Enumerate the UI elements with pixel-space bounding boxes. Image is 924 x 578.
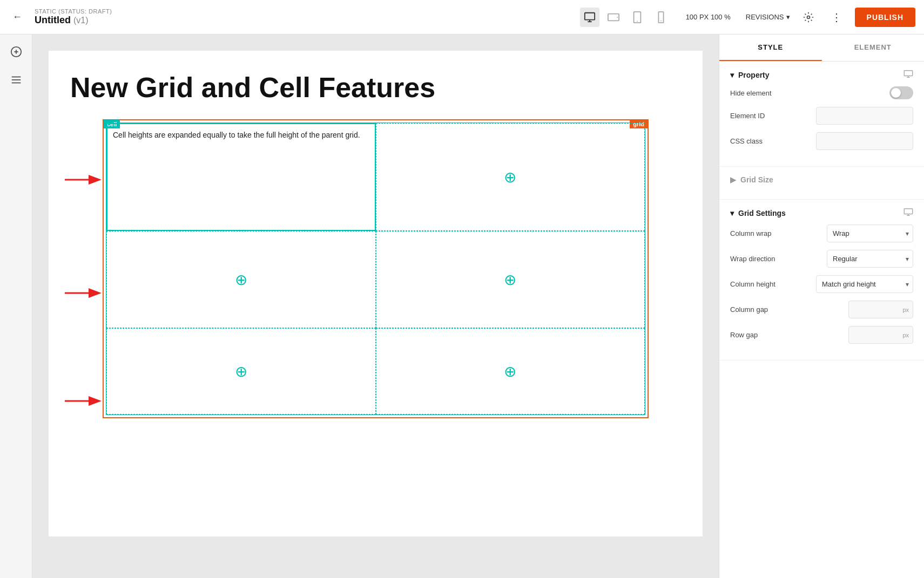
- revisions-button[interactable]: REVISIONS ▾: [746, 13, 790, 21]
- add-cell-icon-1-2[interactable]: ⊕: [504, 168, 516, 186]
- row-gap-input[interactable]: [848, 326, 913, 344]
- tablet-landscape-device-button[interactable]: [604, 8, 623, 27]
- canvas-content: New Grid and Cell Features: [49, 51, 703, 536]
- wrap-direction-label: Wrap direction: [730, 255, 822, 263]
- column-wrap-label: Column wrap: [730, 229, 822, 237]
- row-gap-row: Row gap px: [730, 326, 913, 344]
- tab-style[interactable]: STYLE: [719, 35, 822, 61]
- grid-cell-1-1: Cell heights are expanded equally to tak…: [106, 123, 376, 231]
- column-gap-input[interactable]: [848, 301, 913, 318]
- hide-element-label: Hide element: [730, 89, 885, 97]
- arrow-left-1: [65, 173, 103, 186]
- grid-size-header[interactable]: ▶ Grid Size: [730, 175, 913, 184]
- grid-size-section: ▶ Grid Size: [719, 167, 924, 200]
- hide-element-row: Hide element: [730, 86, 913, 99]
- tab-element[interactable]: ELEMENT: [822, 35, 925, 61]
- column-height-row: Column height Match grid height Auto Fix…: [730, 275, 913, 293]
- hamburger-icon[interactable]: [8, 71, 25, 89]
- grid-settings-title: ▾ Grid Settings: [730, 209, 786, 217]
- desktop-device-button[interactable]: [580, 8, 599, 27]
- column-height-select[interactable]: Match grid height Auto Fixed: [816, 275, 913, 293]
- add-element-icon[interactable]: [8, 43, 25, 60]
- main-layout: New Grid and Cell Features: [0, 35, 924, 578]
- row-gap-input-wrapper: px: [848, 326, 913, 344]
- settings-button[interactable]: [799, 8, 818, 27]
- header: ← STATIC (STATUS: DRAFT) Untitled (v1) 1…: [0, 0, 924, 35]
- grid-outer-container: grid cell Cell heights are expanded equa…: [103, 119, 649, 418]
- row-gap-label: Row gap: [730, 331, 844, 339]
- svg-point-8: [660, 20, 662, 21]
- wrap-direction-select-wrapper: Regular Reverse ▾: [827, 250, 913, 268]
- tablet-portrait-device-button[interactable]: [628, 8, 647, 27]
- css-class-input[interactable]: [816, 132, 913, 150]
- more-options-button[interactable]: ⋮: [827, 8, 846, 27]
- svg-rect-23: [904, 209, 912, 214]
- grid-cell-2-1: ⊕: [106, 231, 376, 328]
- svg-point-4: [617, 17, 618, 18]
- page-title-header: Untitled (v1): [35, 15, 571, 26]
- cell-content-text: Cell heights are expanded equally to tak…: [113, 130, 360, 141]
- svg-rect-20: [904, 71, 912, 76]
- svg-point-6: [637, 21, 638, 22]
- chevron-down-icon: ▾: [730, 71, 734, 79]
- monitor-icon-property: [903, 70, 913, 80]
- grid-settings-header[interactable]: ▾ Grid Settings: [730, 208, 913, 218]
- column-gap-input-wrapper: px: [848, 301, 913, 318]
- property-section-header[interactable]: ▾ Property: [730, 70, 913, 80]
- property-title: ▾ Property: [730, 71, 770, 79]
- css-class-label: CSS class: [730, 137, 812, 145]
- grid-cell-3-1: ⊕: [106, 328, 376, 414]
- element-id-input[interactable]: [816, 107, 913, 125]
- chevron-down-icon-settings: ▾: [730, 209, 734, 217]
- panel-tabs: STYLE ELEMENT: [719, 35, 924, 62]
- property-section: ▾ Property Hide element Element ID CSS c…: [719, 62, 924, 167]
- column-height-select-wrapper: Match grid height Auto Fixed ▾: [816, 275, 913, 293]
- column-wrap-row: Column wrap Wrap No wrap ▾: [730, 225, 913, 242]
- grid-cell-2-2: ⊕: [376, 231, 645, 328]
- column-gap-label: Column gap: [730, 305, 844, 314]
- arrow-left-2: [65, 287, 103, 300]
- grid-inner: Cell heights are expanded equally to tak…: [106, 123, 645, 415]
- add-cell-icon-3-1[interactable]: ⊕: [235, 363, 247, 380]
- wrap-direction-row: Wrap direction Regular Reverse ▾: [730, 250, 913, 268]
- add-cell-icon-2-1[interactable]: ⊕: [235, 271, 247, 289]
- monitor-icon-settings: [903, 208, 913, 218]
- wrap-direction-select[interactable]: Regular Reverse: [827, 250, 913, 268]
- column-gap-row: Column gap px: [730, 301, 913, 318]
- add-cell-icon-2-2[interactable]: ⊕: [504, 271, 516, 289]
- element-id-row: Element ID: [730, 107, 913, 125]
- css-class-row: CSS class: [730, 132, 913, 150]
- page-status: STATIC (STATUS: DRAFT): [35, 8, 571, 15]
- left-sidebar: [0, 35, 32, 578]
- grid-cell-3-2: ⊕: [376, 328, 645, 414]
- grid-size-title: ▶ Grid Size: [730, 175, 773, 184]
- column-wrap-select-wrapper: Wrap No wrap ▾: [827, 225, 913, 242]
- svg-rect-0: [584, 12, 594, 19]
- element-id-label: Element ID: [730, 112, 812, 120]
- svg-point-9: [807, 16, 810, 18]
- canvas-area: New Grid and Cell Features: [32, 35, 719, 578]
- device-switcher: [580, 8, 671, 27]
- arrow-left-3: [65, 395, 103, 407]
- hide-element-toggle[interactable]: [889, 86, 913, 99]
- page-heading: New Grid and Cell Features: [70, 72, 681, 103]
- publish-button[interactable]: PUBLISH: [855, 8, 915, 27]
- back-button[interactable]: ←: [9, 9, 26, 26]
- page-info: STATIC (STATUS: DRAFT) Untitled (v1): [35, 8, 571, 26]
- right-panel: STYLE ELEMENT ▾ Property Hide element El…: [719, 35, 924, 578]
- column-height-label: Column height: [730, 280, 812, 288]
- column-wrap-select[interactable]: Wrap No wrap: [827, 225, 913, 242]
- chevron-right-icon: ▶: [730, 175, 736, 184]
- add-cell-icon-3-2[interactable]: ⊕: [504, 363, 516, 380]
- grid-cell-1-2: ⊕: [376, 123, 645, 231]
- grid-settings-section: ▾ Grid Settings Column wrap Wrap No wrap…: [719, 200, 924, 361]
- zoom-level: 100 PX 100 %: [686, 13, 731, 21]
- mobile-device-button[interactable]: [651, 8, 671, 27]
